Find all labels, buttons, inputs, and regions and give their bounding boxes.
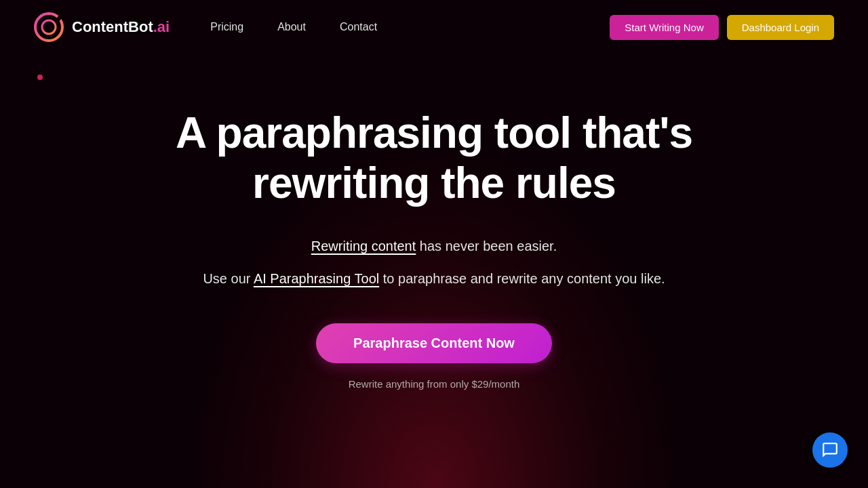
hero-subtitle-1: Rewriting content has never been easier. — [311, 235, 557, 257]
start-writing-button[interactable]: Start Writing Now — [610, 15, 718, 40]
rewriting-content-link[interactable]: Rewriting content — [311, 239, 416, 253]
hero-subtitle-2-suffix: to paraphrase and rewrite any content yo… — [383, 271, 665, 286]
ai-paraphrasing-tool-link[interactable]: AI Paraphrasing Tool — [254, 271, 379, 286]
hero-subtitle-2-prefix: Use our — [203, 271, 253, 286]
logo-text: ContentBot.ai — [72, 18, 170, 36]
logo-icon — [34, 12, 64, 42]
hero-subtitle-2: Use our AI Paraphrasing Tool to paraphra… — [203, 268, 665, 289]
navbar: ContentBot.ai Pricing About Contact Star… — [0, 0, 868, 54]
hero-subtitle-1-suffix: has never been easier. — [420, 239, 557, 253]
nav-item-pricing[interactable]: Pricing — [210, 21, 243, 33]
logo[interactable]: ContentBot.ai — [34, 12, 170, 42]
pricing-link[interactable]: Pricing — [210, 21, 243, 33]
nav-links: Pricing About Contact — [210, 21, 377, 33]
svg-point-1 — [42, 20, 56, 34]
paraphrase-cta-button[interactable]: Paraphrase Content Now — [316, 323, 552, 363]
dashboard-login-button[interactable]: Dashboard Login — [727, 15, 834, 40]
hero-title: A paraphrasing tool that's rewriting the… — [102, 108, 766, 208]
chat-icon — [821, 441, 839, 459]
nav-item-contact[interactable]: Contact — [340, 21, 377, 33]
nav-left: ContentBot.ai Pricing About Contact — [34, 12, 377, 42]
contact-link[interactable]: Contact — [340, 21, 377, 33]
nav-right: Start Writing Now Dashboard Login — [610, 15, 834, 40]
hero-section: A paraphrasing tool that's rewriting the… — [0, 54, 868, 390]
nav-item-about[interactable]: About — [277, 21, 306, 33]
chat-support-button[interactable] — [812, 432, 848, 468]
about-link[interactable]: About — [277, 21, 306, 33]
hero-note: Rewrite anything from only $29/month — [349, 378, 520, 390]
